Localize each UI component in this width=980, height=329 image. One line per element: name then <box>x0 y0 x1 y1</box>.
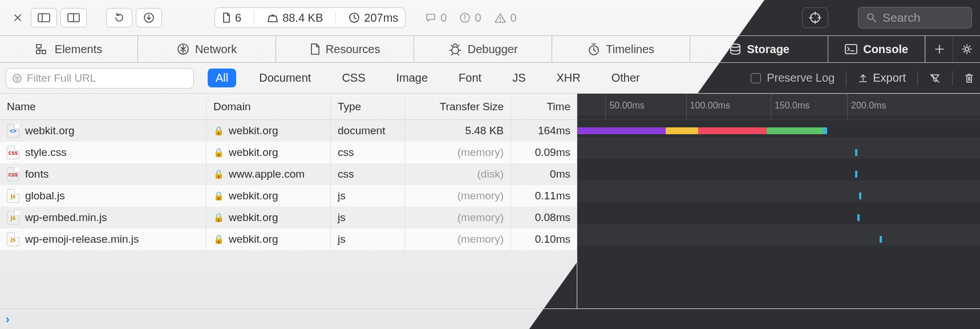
request-time: 0.11ms <box>511 185 577 207</box>
errors-metric[interactable]: 0 <box>459 11 481 25</box>
panel-side-icon <box>38 13 50 22</box>
new-tab-button[interactable] <box>925 36 953 62</box>
search-input[interactable]: Search <box>858 7 972 29</box>
timeline-tick: 50.00ms <box>605 94 644 119</box>
file-js-icon: js <box>7 232 19 246</box>
tab-console[interactable]: Console <box>828 36 925 62</box>
tab-resources[interactable]: Resources <box>276 36 414 62</box>
col-name[interactable]: Name <box>0 94 206 119</box>
bug-icon <box>448 43 462 55</box>
type-filter-chips: AllDocumentCSSImageFontJSXHROther <box>208 69 648 87</box>
timing-bar[interactable] <box>855 171 857 178</box>
request-transfer: (memory) <box>405 142 511 163</box>
request-name: wp-emoji-release.min.js <box>25 233 139 246</box>
warnings-metric[interactable]: 0 <box>494 11 517 25</box>
request-type: js <box>331 207 405 228</box>
tab-label: Storage <box>747 43 789 56</box>
request-domain: www.apple.com <box>229 168 305 180</box>
file-js-icon: js <box>7 211 19 224</box>
timing-bar[interactable] <box>855 149 857 156</box>
console-strip[interactable]: › <box>0 308 980 329</box>
panel-layout-side-button[interactable] <box>31 8 57 27</box>
network-icon <box>177 43 189 55</box>
checkbox-icon <box>751 73 761 83</box>
type-chip-other[interactable]: Other <box>604 69 648 87</box>
timing-bar[interactable] <box>767 127 823 134</box>
search-placeholder: Search <box>882 11 921 25</box>
table-row[interactable]: jsglobal.js🔒webkit.orgjs(memory)0.11ms <box>0 185 577 207</box>
col-transfer[interactable]: Transfer Size <box>405 94 511 119</box>
panel-layout-bottom-button[interactable] <box>60 8 87 27</box>
export-button[interactable]: Export <box>858 71 906 85</box>
tab-label: Timelines <box>606 43 654 56</box>
reload-button[interactable] <box>106 8 132 27</box>
file-css-icon: css <box>7 146 19 159</box>
metrics-group: 6 88.4 KB 207ms <box>214 7 406 28</box>
type-chip-all[interactable]: All <box>208 69 236 87</box>
file-js-icon: js <box>7 189 19 203</box>
type-chip-font[interactable]: Font <box>451 69 489 87</box>
type-chip-document[interactable]: Document <box>251 69 319 87</box>
timing-bar[interactable] <box>698 127 767 134</box>
tab-timelines[interactable]: Timelines <box>552 36 690 62</box>
svg-rect-14 <box>845 45 857 54</box>
element-picker-button[interactable] <box>802 7 828 28</box>
disable-cache-button[interactable] <box>929 73 941 84</box>
timing-bar[interactable] <box>577 127 666 134</box>
clear-button[interactable] <box>964 73 974 84</box>
elements-icon <box>35 43 49 55</box>
tab-debugger[interactable]: Debugger <box>414 36 552 62</box>
request-time: 0.09ms <box>511 142 577 163</box>
request-time: 0.08ms <box>511 207 577 228</box>
preserve-log-label: Preserve Log <box>767 71 835 85</box>
table-row[interactable]: cssfonts🔒www.apple.comcss(disk)0ms <box>0 163 577 185</box>
timing-bar[interactable] <box>880 236 882 243</box>
request-type: js <box>331 185 405 207</box>
network-content: Name Domain Type Transfer Size Time <>we… <box>0 94 980 308</box>
table-row[interactable]: <>webkit.org🔒webkit.orgdocument5.48 KB16… <box>0 120 577 142</box>
filter-placeholder: Filter Full URL <box>27 72 96 85</box>
crosshair-icon <box>809 11 821 24</box>
col-time[interactable]: Time <box>511 94 577 119</box>
timeline-row <box>577 228 980 250</box>
request-transfer: (disk) <box>405 163 511 185</box>
table-row[interactable]: cssstyle.css🔒webkit.orgcss(memory)0.09ms <box>0 142 577 163</box>
console-prompt-icon: › <box>6 312 10 326</box>
comments-count: 0 <box>440 11 447 25</box>
plus-icon <box>934 44 945 54</box>
close-button[interactable] <box>8 8 27 27</box>
tab-storage[interactable]: Storage <box>690 36 828 62</box>
timing-bar[interactable] <box>823 127 827 134</box>
timeline-row <box>577 120 980 142</box>
type-chip-image[interactable]: Image <box>388 69 436 87</box>
weight-icon <box>267 13 278 23</box>
type-chip-xhr[interactable]: XHR <box>548 69 588 87</box>
waterfall-timeline[interactable]: 50.00ms100.00ms150.0ms200.0ms <box>577 94 980 308</box>
type-chip-js[interactable]: JS <box>504 69 533 87</box>
timing-bar[interactable] <box>666 127 698 134</box>
download-button[interactable] <box>136 8 162 27</box>
timeline-row <box>577 250 980 272</box>
timeline-row <box>577 272 980 294</box>
svg-rect-7 <box>37 45 41 48</box>
col-type[interactable]: Type <box>331 94 405 119</box>
tab-elements[interactable]: Elements <box>0 36 138 62</box>
settings-button[interactable] <box>953 36 980 62</box>
timeline-tick: 100.00ms <box>686 94 730 119</box>
preserve-log-toggle[interactable]: Preserve Log <box>751 71 835 85</box>
comments-metric[interactable]: 0 <box>425 11 447 25</box>
lock-icon: 🔒 <box>213 126 224 136</box>
type-chip-css[interactable]: CSS <box>334 69 373 87</box>
request-domain: webkit.org <box>229 190 278 202</box>
issues-group: 0 0 0 <box>418 7 523 28</box>
timing-bar[interactable] <box>859 192 861 199</box>
url-filter-input[interactable]: Filter Full URL <box>6 68 194 89</box>
col-domain[interactable]: Domain <box>206 94 331 119</box>
timing-bar[interactable] <box>857 214 860 221</box>
comment-icon <box>425 13 436 23</box>
lock-icon: 🔒 <box>213 234 224 244</box>
lock-icon: 🔒 <box>213 147 224 158</box>
tab-network[interactable]: Network <box>138 36 276 62</box>
table-row[interactable]: jswp-embed.min.js🔒webkit.orgjs(memory)0.… <box>0 207 577 228</box>
table-row[interactable]: jswp-emoji-release.min.js🔒webkit.orgjs(m… <box>0 228 577 250</box>
